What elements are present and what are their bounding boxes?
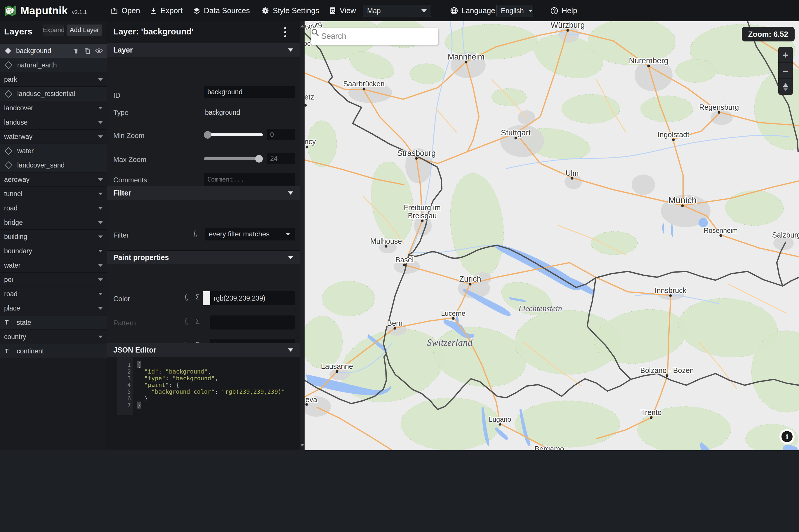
chevron-down-icon: [422, 10, 427, 13]
chevron-down-icon: [98, 279, 103, 281]
map-viewport[interactable]: WürzburgMannheimNurembergSaarbrückenRege…: [304, 21, 799, 450]
map-controls: + −: [778, 47, 793, 95]
max-zoom-value[interactable]: 24: [267, 153, 295, 164]
chevron-down-icon: [98, 221, 103, 224]
scroll-up-icon[interactable]: [300, 22, 304, 30]
expand-button[interactable]: Expand: [43, 24, 64, 36]
delete-icon[interactable]: [73, 48, 79, 54]
city-label: oc: [304, 40, 311, 47]
city-label: etz: [304, 93, 314, 101]
chevron-down-icon: [98, 135, 103, 138]
layer-row-road[interactable]: road: [0, 287, 107, 301]
filter-label: Filter: [113, 231, 129, 239]
scroll-down-icon[interactable]: [300, 441, 304, 449]
kebab-menu-icon[interactable]: [279, 25, 291, 39]
id-input[interactable]: [204, 86, 295, 98]
search-icon: [311, 28, 319, 37]
add-layer-button[interactable]: Add Layer: [67, 24, 102, 36]
layer-name: building: [4, 233, 27, 241]
section-header-layer[interactable]: Layer: [107, 43, 300, 57]
layer-row-water[interactable]: water: [0, 258, 107, 272]
color-swatch[interactable]: [203, 291, 210, 305]
chevron-down-icon: [98, 121, 103, 124]
open-button[interactable]: Open: [110, 0, 140, 21]
city-dot: [499, 423, 501, 426]
layer-row-landuse_residential[interactable]: landuse_residential: [0, 87, 107, 101]
layer-row-landcover[interactable]: landcover: [0, 101, 107, 115]
layer-row-background[interactable]: background: [0, 44, 107, 58]
help-button[interactable]: Help: [550, 0, 577, 21]
chevron-down-icon: [98, 235, 103, 238]
language-button[interactable]: Language: [450, 0, 495, 21]
layer-row-landuse[interactable]: landuse: [0, 115, 107, 130]
min-zoom-value[interactable]: 0: [267, 129, 295, 140]
function-icon[interactable]: fx: [185, 293, 188, 302]
chevron-down-icon: [285, 233, 290, 235]
layer-name: continent: [17, 347, 44, 355]
editor-title: Layer: 'background': [113, 27, 193, 37]
chevron-down-icon: [98, 107, 103, 110]
map-info-button[interactable]: i: [779, 429, 795, 444]
layer-row-landcover_sand[interactable]: landcover_sand: [0, 158, 107, 172]
section-header-paint[interactable]: Paint properties: [107, 250, 300, 264]
style-settings-button[interactable]: Style Settings: [261, 0, 319, 21]
city-label: Bergamo: [534, 445, 564, 450]
layer-row-place[interactable]: place: [0, 301, 107, 316]
layer-row-state[interactable]: Tstate: [0, 316, 107, 330]
export-label: Export: [161, 6, 183, 15]
function-icon: fx: [185, 317, 188, 326]
layer-row-poi[interactable]: poi: [0, 272, 107, 287]
section-body-paint: Color fx Σ Pattern fx Σ Opacity fx Σ: [107, 264, 300, 343]
section-header-filter[interactable]: Filter: [107, 186, 300, 200]
filter-dropdown[interactable]: every filter matches: [205, 228, 295, 241]
layer-list: backgroundnatural_earthparklanduse_resid…: [0, 44, 107, 358]
layer-name: landcover: [4, 104, 33, 112]
layer-row-natural_earth[interactable]: natural_earth: [0, 58, 107, 72]
function-icon[interactable]: fx: [193, 229, 198, 238]
layer-row-water[interactable]: water: [0, 144, 107, 158]
layer-name: aeroway: [4, 176, 30, 184]
chevron-down-icon: [98, 207, 103, 210]
layer-row-bridge[interactable]: bridge: [0, 215, 107, 230]
tilt-button[interactable]: [778, 79, 793, 95]
city-dot: [385, 245, 388, 248]
search-input[interactable]: [321, 32, 433, 41]
max-zoom-slider[interactable]: [204, 153, 263, 164]
language-select[interactable]: English: [497, 5, 533, 17]
visibility-icon[interactable]: [95, 48, 103, 54]
city-label: Regensburg: [699, 103, 739, 111]
zoom-in-button[interactable]: +: [778, 47, 793, 63]
export-button[interactable]: Export: [150, 0, 183, 21]
layer-row-country[interactable]: country: [0, 330, 107, 344]
sigma-icon[interactable]: Σ: [196, 293, 200, 301]
view-select[interactable]: Map: [363, 5, 431, 17]
duplicate-icon[interactable]: [84, 48, 91, 54]
map-canvas[interactable]: WürzburgMannheimNurembergSaarbrückenRege…: [304, 21, 799, 450]
city-dot: [403, 264, 406, 266]
json-line: 2 "id": "background",: [107, 368, 300, 375]
min-zoom-slider[interactable]: [204, 129, 263, 140]
layer-row-road[interactable]: road: [0, 201, 107, 215]
layer-row-boundary[interactable]: boundary: [0, 244, 107, 258]
globe-icon: [450, 7, 458, 15]
data-sources-button[interactable]: Data Sources: [193, 0, 250, 21]
map-search-box[interactable]: [311, 28, 438, 45]
zoom-out-button[interactable]: −: [778, 63, 793, 79]
view-button[interactable]: View: [329, 0, 356, 21]
color-input[interactable]: [210, 291, 295, 305]
pattern-input[interactable]: [210, 316, 295, 329]
layer-row-building[interactable]: building: [0, 230, 107, 244]
json-editor[interactable]: 1{2 "id": "background",3 "type": "backgr…: [107, 357, 300, 415]
layers-sidebar: Layers Expand Add Layer backgroundnatura…: [0, 21, 107, 450]
layer-row-park[interactable]: park: [0, 72, 107, 87]
layer-row-tunnel[interactable]: tunnel: [0, 187, 107, 201]
layer-row-aeroway[interactable]: aeroway: [0, 172, 107, 187]
section-header-json[interactable]: JSON Editor: [107, 343, 300, 357]
maputnik-logo-icon: [4, 4, 17, 17]
layer-row-continent[interactable]: Tcontinent: [0, 344, 107, 358]
type-label: Type: [113, 109, 129, 117]
section-body-filter: Filter fx every filter matches Add filte…: [107, 200, 300, 250]
editor-scrollbar[interactable]: [300, 21, 304, 450]
layer-row-waterway[interactable]: waterway: [0, 130, 107, 144]
top-toolbar: Maputnik v2.1.1 Open Export Data Sources…: [0, 0, 799, 21]
